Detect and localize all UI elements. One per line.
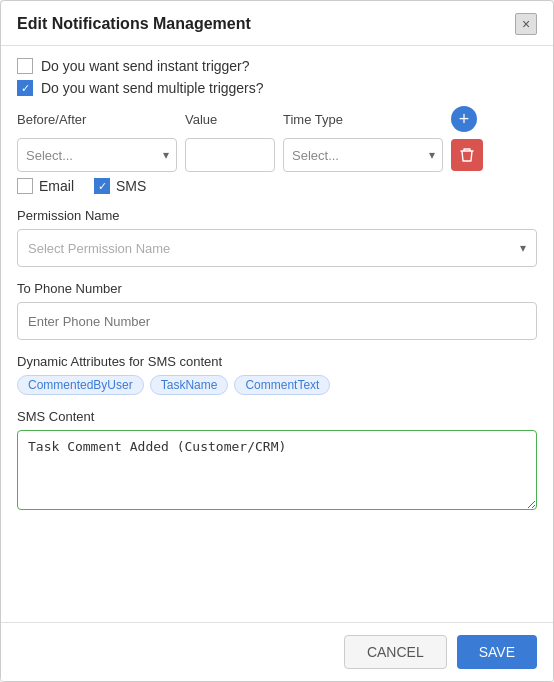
instant-trigger-row: Do you want send instant trigger? xyxy=(17,58,537,74)
multiple-triggers-checkbox[interactable] xyxy=(17,80,33,96)
close-button[interactable]: × xyxy=(515,13,537,35)
multiple-triggers-row: Do you want send multiple triggers? xyxy=(17,80,537,96)
add-trigger-button[interactable]: + xyxy=(451,106,477,132)
modal-header: Edit Notifications Management × xyxy=(1,1,553,46)
phone-group: To Phone Number xyxy=(17,281,537,340)
before-after-header: Before/After xyxy=(17,112,177,127)
phone-input[interactable] xyxy=(17,302,537,340)
multiple-triggers-label: Do you want send multiple triggers? xyxy=(41,80,264,96)
channel-row: Email SMS xyxy=(17,178,537,194)
dynamic-attrs-group: Dynamic Attributes for SMS content Comme… xyxy=(17,354,537,395)
permission-label: Permission Name xyxy=(17,208,537,223)
attr-tag[interactable]: CommentText xyxy=(234,375,330,395)
sms-checkbox[interactable] xyxy=(94,178,110,194)
phone-label: To Phone Number xyxy=(17,281,537,296)
permission-dropdown-arrow: ▾ xyxy=(520,241,526,255)
save-button[interactable]: SAVE xyxy=(457,635,537,669)
dynamic-attrs-tags: CommentedByUserTaskNameCommentText xyxy=(17,375,537,395)
attr-tag[interactable]: TaskName xyxy=(150,375,229,395)
permission-group: Permission Name Select Permission Name ▾ xyxy=(17,208,537,267)
value-header: Value xyxy=(185,112,275,127)
time-type-select-wrapper: Select... xyxy=(283,138,443,172)
sms-label: SMS xyxy=(116,178,146,194)
before-after-select[interactable]: Select... xyxy=(17,138,177,172)
trigger-row: Select... Select... xyxy=(17,138,537,172)
time-type-select[interactable]: Select... xyxy=(283,138,443,172)
instant-trigger-label: Do you want send instant trigger? xyxy=(41,58,250,74)
instant-trigger-checkbox[interactable] xyxy=(17,58,33,74)
modal-container: Edit Notifications Management × Do you w… xyxy=(0,0,554,682)
time-type-header: Time Type xyxy=(283,112,443,127)
permission-dropdown[interactable]: Select Permission Name ▾ xyxy=(17,229,537,267)
attr-tag[interactable]: CommentedByUser xyxy=(17,375,144,395)
permission-placeholder: Select Permission Name xyxy=(28,241,170,256)
modal-title: Edit Notifications Management xyxy=(17,15,251,33)
modal-body: Do you want send instant trigger? Do you… xyxy=(1,46,553,622)
delete-trigger-button[interactable] xyxy=(451,139,483,171)
before-after-select-wrapper: Select... xyxy=(17,138,177,172)
modal-footer: CANCEL SAVE xyxy=(1,622,553,681)
sms-channel-item: SMS xyxy=(94,178,146,194)
sms-content-group: SMS Content xyxy=(17,409,537,514)
trigger-header-row: Before/After Value Time Type + xyxy=(17,106,537,132)
cancel-button[interactable]: CANCEL xyxy=(344,635,447,669)
dynamic-attrs-label: Dynamic Attributes for SMS content xyxy=(17,354,537,369)
sms-content-textarea[interactable] xyxy=(17,430,537,510)
email-channel-item: Email xyxy=(17,178,74,194)
email-checkbox[interactable] xyxy=(17,178,33,194)
email-label: Email xyxy=(39,178,74,194)
sms-content-label: SMS Content xyxy=(17,409,537,424)
trigger-value-input[interactable] xyxy=(185,138,275,172)
